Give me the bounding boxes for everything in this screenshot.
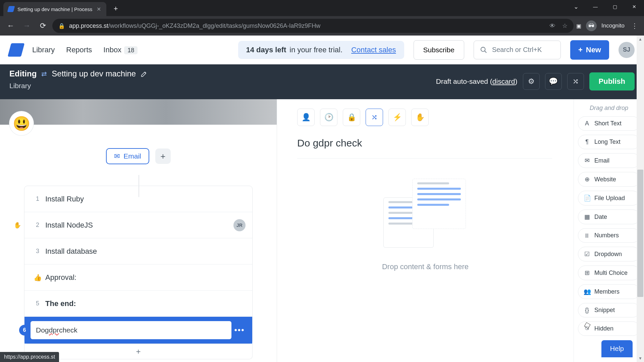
palette-snippet[interactable]: {}Snippet <box>578 303 640 317</box>
shuffle-icon: ⤭ <box>573 77 579 86</box>
task-row-selected[interactable]: 6 Do gdpr check ••• <box>24 317 252 344</box>
automations-button[interactable]: ⚡ <box>388 109 406 126</box>
short-text-icon: A <box>584 120 590 127</box>
palette-members[interactable]: 👥Members <box>578 284 640 299</box>
user-avatar[interactable]: SJ <box>619 42 635 58</box>
back-button[interactable]: ← <box>4 19 17 33</box>
stop-task-button[interactable]: ✋ <box>411 109 429 126</box>
address-bar[interactable]: 🔒 app.process.st/workflows/uQGGj-_oKZ43z… <box>52 19 574 33</box>
task-number-badge: 6 <box>19 325 30 336</box>
window-minimize-button[interactable]: — <box>586 0 605 13</box>
new-tab-button[interactable]: + <box>110 3 122 15</box>
task-title-input[interactable]: Do gdpr check <box>31 321 231 339</box>
browser-menu-icon[interactable]: ⋮ <box>629 22 640 30</box>
task-row[interactable]: 3 Install database <box>24 238 252 264</box>
palette-dropdown[interactable]: ☑Dropdown <box>578 247 640 261</box>
task-list-pane: 😃 ✉ Email + 1 Install Ruby 2 Insta <box>0 99 277 362</box>
globe-icon: ⊕ <box>584 176 590 183</box>
task-number: 1 <box>33 195 43 202</box>
reload-button[interactable]: ⟳ <box>36 19 50 33</box>
palette-title: Drag and drop <box>578 105 640 112</box>
status-bar-link: https://app.process.st <box>0 352 59 362</box>
palette-file-upload[interactable]: 📄File Upload <box>578 191 640 205</box>
nav-reports[interactable]: Reports <box>66 46 92 54</box>
stop-hand-icon: ✋ <box>14 222 21 229</box>
task-heading[interactable]: Do gdpr check <box>297 137 552 159</box>
search-icon <box>480 46 487 54</box>
palette-long-text[interactable]: ¶Long Text <box>578 135 640 149</box>
cover-image[interactable] <box>0 99 277 125</box>
discard-link[interactable]: discard <box>492 77 515 85</box>
task-title: Install database <box>45 247 97 256</box>
permissions-button[interactable]: 🔒 <box>343 109 360 126</box>
editing-label: Editing <box>9 69 37 78</box>
subscribe-button[interactable]: Subscribe <box>414 40 464 60</box>
search-input[interactable]: Search or Ctrl+K <box>474 41 561 59</box>
window-close-button[interactable]: ✕ <box>625 0 644 13</box>
task-row[interactable]: 2 Install NodeJS JR ✋ <box>24 212 252 238</box>
palette-numbers[interactable]: ⫼Numbers <box>578 228 640 243</box>
workflow-name: Setting up dev machine <box>52 69 136 78</box>
file-icon: 📄 <box>584 194 590 202</box>
dropdown-icon: ☑ <box>584 250 590 258</box>
editing-bar: Editing ⇄ Setting up dev machine Library… <box>0 64 644 99</box>
extensions-icon[interactable]: ▣ <box>576 23 581 29</box>
email-tab[interactable]: ✉ Email <box>106 148 149 164</box>
assign-button[interactable]: 👤 <box>297 109 315 126</box>
palette-website[interactable]: ⊕Website <box>578 172 640 187</box>
bookmark-icon[interactable]: ☆ <box>562 22 568 29</box>
lock-icon: 🔒 <box>58 23 65 29</box>
add-tab-button[interactable]: + <box>155 148 171 164</box>
tabs-dropdown-icon[interactable]: ⌄ <box>566 0 586 13</box>
palette-multi-choice[interactable]: ⊞Multi Choice <box>578 265 640 280</box>
settings-button[interactable]: ⚙ <box>523 73 540 90</box>
task-row[interactable]: 1 Install Ruby <box>24 186 252 212</box>
palette-short-text[interactable]: AShort Text <box>578 116 640 131</box>
scroll-thumb[interactable] <box>637 170 643 297</box>
forward-button[interactable]: → <box>20 19 34 33</box>
due-date-button[interactable]: 🕑 <box>320 109 337 126</box>
plus-icon: + <box>578 46 583 54</box>
breadcrumb-library[interactable]: Library <box>9 82 148 90</box>
eye-off-icon[interactable]: 👁 <box>549 22 555 29</box>
conditional-button[interactable]: ⤭ <box>366 109 383 126</box>
publish-button[interactable]: Publish <box>589 72 635 90</box>
workflow-emoji[interactable]: 😃 <box>9 111 34 135</box>
help-button[interactable]: Help <box>601 340 633 357</box>
vertical-scrollbar[interactable]: ▲ ▼ <box>637 36 644 362</box>
palette-email[interactable]: ✉Email <box>578 153 640 168</box>
svg-point-0 <box>481 47 485 51</box>
task-number: 2 <box>33 222 43 229</box>
approval-icon: 👍 <box>33 274 43 282</box>
comments-button[interactable]: 💬 <box>545 73 562 90</box>
palette-hidden[interactable]: ⦰Hidden <box>578 321 640 336</box>
clock-icon: 🕑 <box>324 113 333 122</box>
scroll-up-arrow[interactable]: ▲ <box>637 36 644 43</box>
conditional-logic-button[interactable]: ⤭ <box>567 73 584 90</box>
new-button[interactable]: +New <box>570 40 609 60</box>
mail-icon: ✉ <box>114 152 120 160</box>
palette-date[interactable]: ▦Date <box>578 209 640 224</box>
rename-icon[interactable] <box>141 70 148 77</box>
nav-inbox[interactable]: Inbox18 <box>103 46 138 54</box>
tab-close-icon[interactable]: ✕ <box>96 6 102 12</box>
drop-zone[interactable]: Drop content & forms here <box>297 179 553 271</box>
task-list: 1 Install Ruby 2 Install NodeJS JR ✋ 3 I… <box>24 186 253 344</box>
task-more-button[interactable]: ••• <box>231 325 248 335</box>
shuffle-icon: ⤭ <box>371 113 377 122</box>
lock-icon: 🔒 <box>347 113 356 122</box>
assignee-avatar[interactable]: JR <box>233 219 246 231</box>
window-maximize-button[interactable]: ▢ <box>605 0 625 13</box>
app-logo[interactable] <box>8 43 25 57</box>
browser-tab[interactable]: Setting up dev machine | Process ✕ <box>3 2 106 16</box>
nav-library[interactable]: Library <box>32 46 55 54</box>
content-pane: 👤 🕑 🔒 ⤭ ⚡ ✋ Do gdpr check Drop content &… <box>277 99 574 362</box>
hash-icon: ⫼ <box>584 232 590 239</box>
task-row-approval[interactable]: 👍 Approval: <box>24 264 252 291</box>
scroll-down-arrow[interactable]: ▼ <box>637 355 644 362</box>
drop-text: Drop content & forms here <box>382 262 469 271</box>
contact-sales-link[interactable]: Contact sales <box>351 46 396 54</box>
task-title: The end: <box>45 299 76 308</box>
user-icon: 👤 <box>302 113 311 122</box>
task-row[interactable]: 5 The end: <box>24 291 252 317</box>
